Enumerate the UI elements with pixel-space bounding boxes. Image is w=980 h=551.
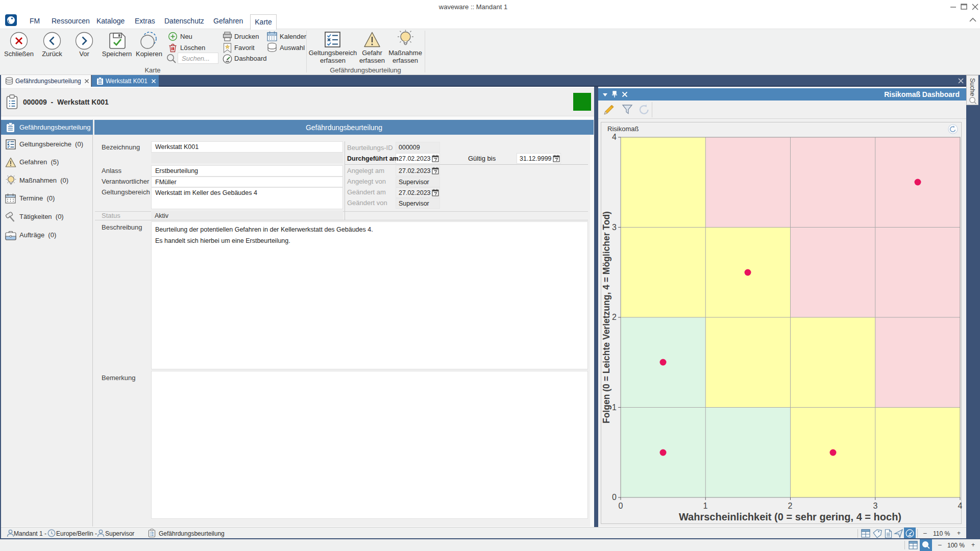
svg-text:4: 4 xyxy=(958,502,962,510)
svg-text:0: 0 xyxy=(612,493,617,502)
svg-text:Wahrscheinlichkeit (0 = sehr g: Wahrscheinlichkeit (0 = sehr gering, 4 =… xyxy=(679,511,901,522)
svg-text:2: 2 xyxy=(788,502,793,510)
svg-text:0: 0 xyxy=(619,502,623,510)
svg-text:3: 3 xyxy=(612,223,617,232)
svg-text:2: 2 xyxy=(612,313,617,321)
svg-text:1: 1 xyxy=(703,502,708,510)
svg-text:3: 3 xyxy=(873,502,878,510)
svg-text:1: 1 xyxy=(612,403,617,412)
svg-text:4: 4 xyxy=(612,133,617,141)
svg-text:Folgen (0 = Leichte Verletzung: Folgen (0 = Leichte Verletzung, 4 = Mögl… xyxy=(601,211,611,423)
